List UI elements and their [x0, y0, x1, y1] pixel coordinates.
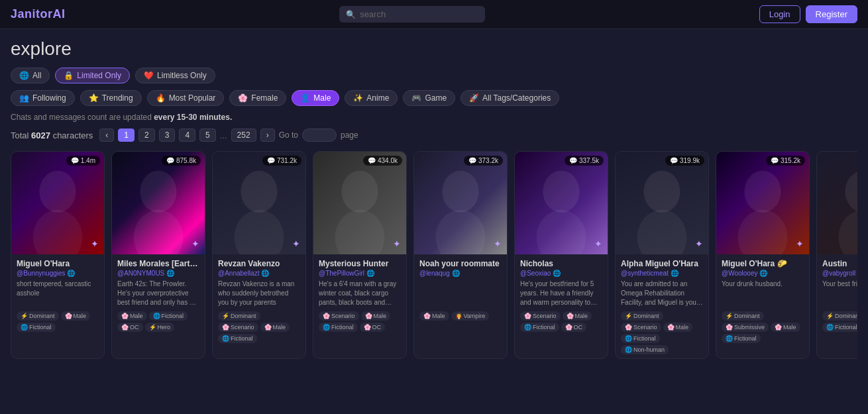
tag-trending[interactable]: ⭐ Trending [80, 90, 142, 106]
total-suffix: characters [53, 130, 93, 140]
card-tag: 🌸 Scenario [319, 311, 359, 321]
card-count-badge: 💬 731.2k [262, 156, 301, 166]
male-icon: 👤 [300, 93, 310, 103]
page-2-button[interactable]: 2 [138, 129, 155, 142]
tag-game-label: Game [425, 93, 447, 103]
goto-input[interactable] [302, 129, 337, 142]
card-item[interactable]: 💬 373.2k ✦ Noah your roommate @lenaqug 🌐… [413, 151, 508, 359]
tag-anime[interactable]: ✨ Anime [345, 90, 398, 106]
register-button[interactable]: Register [806, 5, 857, 23]
logo-text: JanitorAI [11, 7, 66, 21]
filter-limitless-label: Limitless Only [157, 71, 207, 80]
card-item[interactable]: 💬 875.8k ✦ Miles Morales [Earth-42] @AN0… [111, 151, 205, 359]
card-image [515, 152, 608, 254]
flower-icon: 🌸 [238, 93, 248, 103]
filter-limitless[interactable]: ❤️ Limitless Only [135, 68, 215, 83]
chat-icon: 💬 [468, 157, 476, 164]
tag-icon: 🌸 [423, 313, 431, 319]
card-body: Miguel O'Hara @Bunnynuggies 🌐 short temp… [11, 254, 104, 336]
chat-icon: 💬 [368, 157, 376, 164]
card-tag: 🌸 Male [260, 323, 290, 332]
page-5-button[interactable]: 5 [199, 129, 216, 142]
tag-game[interactable]: 🎮 Game [403, 90, 455, 106]
tag-following-label: Following [32, 93, 66, 103]
card-body: Mysterious Hunter @ThePillowGirl 🌐 He's … [313, 254, 406, 336]
tag-icon: 🌐 [153, 313, 160, 319]
tag-female-label: Female [251, 93, 278, 103]
following-icon: 👥 [19, 93, 29, 103]
card-desc: Your drunk husband. [722, 280, 804, 307]
anime-icon: ✨ [353, 93, 363, 103]
card-name: Miguel O'Hara 🌮 [722, 259, 804, 268]
sparkle-icon: ✦ [494, 238, 502, 249]
svg-point-9 [436, 210, 486, 254]
card-tag: 🌐 Fictional [17, 323, 56, 332]
card-creator: @ThePillowGirl 🌐 [319, 270, 401, 277]
tag-icon: 🌸 [625, 324, 632, 331]
tag-male[interactable]: 👤 Male [292, 90, 339, 106]
card-desc: short tempered, sarcastic asshole [17, 280, 99, 307]
svg-point-16 [845, 171, 857, 213]
tag-all-tags[interactable]: 🚀 All Tags/Categories [461, 90, 559, 106]
fire-icon: 🔥 [156, 93, 166, 103]
login-button[interactable]: Login [759, 5, 800, 23]
filter-limited-label: Limited Only [77, 71, 121, 80]
card-count: 731.2k [277, 157, 297, 164]
tag-icon: 🌸 [775, 324, 782, 331]
svg-point-17 [839, 210, 857, 254]
card-tag: 🌸 Male [361, 311, 391, 321]
card-tag: 🌐 Fictional [520, 323, 559, 332]
page-last-button[interactable]: 252 [231, 129, 256, 142]
card-tags: ⚡ Dominant 🌸 Male 🌐 Fictional [17, 311, 99, 332]
search-bar[interactable]: 🔍 [339, 6, 485, 23]
card-creator: @Annabellazt 🌐 [218, 270, 300, 277]
card-body: Revzan Vakenzo @Annabellazt 🌐 Revzan Vak… [213, 254, 305, 347]
search-icon: 🔍 [346, 10, 356, 19]
card-tag: ⚡ Dominant [722, 311, 764, 321]
card-tag: 🌐 Fictional [822, 323, 857, 332]
svg-point-3 [134, 210, 184, 254]
card-item[interactable]: 💬 337.5k ✦ Nicholas @Seoxiao 🌐 He's your… [514, 151, 608, 359]
page-4-button[interactable]: 4 [179, 129, 195, 142]
card-tag: 🌸 Male [563, 311, 592, 321]
card-body: Nicholas @Seoxiao 🌐 He's your bestfriend… [515, 254, 608, 336]
tag-icon: 🌸 [121, 313, 129, 319]
card-item[interactable]: 💬 319.9k ✦ Alpha Miguel O'Hara @syntheti… [615, 151, 709, 359]
filter-all[interactable]: 🌐 All [11, 68, 50, 83]
card-image [112, 152, 205, 254]
svg-point-5 [235, 210, 284, 254]
sparkle-icon: ✦ [393, 238, 401, 249]
card-tag: 🌸 Male [61, 311, 91, 321]
tag-icon: 🌸 [121, 324, 129, 331]
card-count: 875.8k [176, 157, 196, 164]
filter-limited[interactable]: 🔒 Limited Only [55, 68, 130, 83]
card-tag: 🌸 Submissive [722, 323, 769, 332]
prev-page-button[interactable]: ‹ [99, 129, 114, 142]
card-desc: You are admitted to an Omega Rehabilitat… [621, 280, 703, 307]
main-content: explore 🌐 All 🔒 Limited Only ❤️ Limitles… [0, 29, 868, 371]
tag-icon: ⚡ [726, 313, 733, 319]
card-item[interactable]: 💬 434.0k ✦ Mysterious Hunter @ThePillowG… [313, 151, 407, 359]
search-input[interactable] [360, 9, 478, 19]
card-creator: @Woolooey 🌐 [722, 270, 804, 277]
card-item[interactable]: 💬 315.0k ✦ Austin @vabygroll 🌐 Your best… [816, 151, 857, 359]
card-tags: ⚡ Dominant 🌸 Male 🌐 Fictional 🌸 OC [822, 311, 857, 332]
card-tag: 🌐 Fictional [722, 334, 761, 343]
page-1-button[interactable]: 1 [118, 129, 135, 142]
card-item[interactable]: 💬 1.4m ✦ Miguel O'Hara @Bunnynuggies 🌐 s… [11, 151, 105, 359]
card-creator: @AN0NYM0US 🌐 [117, 270, 199, 277]
card-item[interactable]: 💬 731.2k ✦ Revzan Vakenzo @Annabellazt 🌐… [212, 151, 306, 359]
tag-icon: ⚡ [222, 313, 229, 319]
next-page-button[interactable]: › [260, 129, 275, 142]
card-item[interactable]: 💬 315.2k ✦ Miguel O'Hara 🌮 @Woolooey 🌐 Y… [716, 151, 810, 359]
tag-icon: 🌐 [625, 335, 632, 342]
tag-icon: 🌐 [524, 324, 531, 331]
tag-following[interactable]: 👥 Following [11, 90, 75, 106]
sparkle-icon: ✦ [292, 238, 300, 249]
tag-female[interactable]: 🌸 Female [229, 90, 286, 106]
card-name: Austin [822, 259, 857, 268]
tag-popular[interactable]: 🔥 Most Popular [147, 90, 225, 106]
page-3-button[interactable]: 3 [159, 129, 176, 142]
card-tag: 🌸 Male [663, 323, 693, 332]
svg-point-10 [543, 171, 579, 213]
